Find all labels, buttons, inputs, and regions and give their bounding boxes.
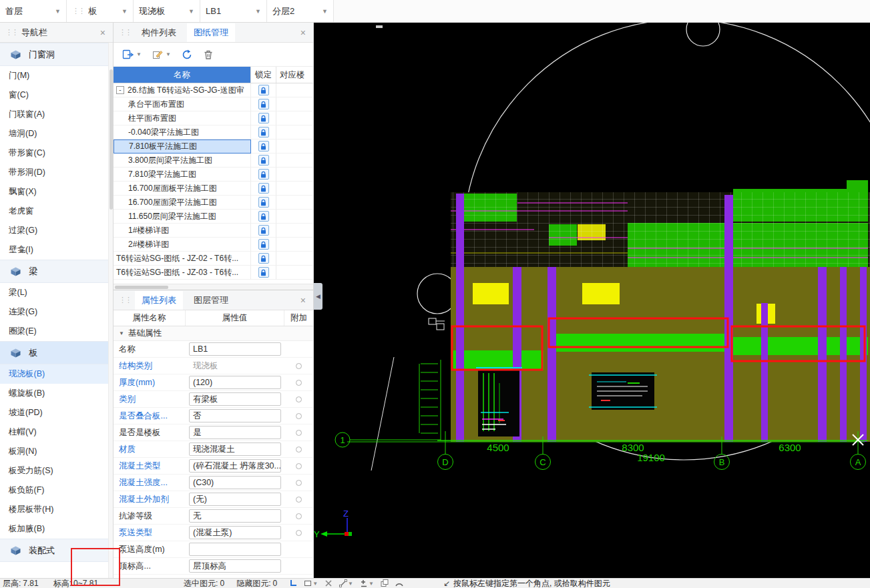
- property-row[interactable]: 是否叠合板... 否: [114, 408, 313, 424]
- lock-icon[interactable]: [258, 211, 269, 222]
- property-value-input[interactable]: (混凝土泵): [189, 526, 281, 539]
- batch-copy-button[interactable]: [379, 579, 390, 588]
- lock-icon[interactable]: [258, 127, 269, 137]
- lock-icon[interactable]: [258, 85, 269, 95]
- drag-grip[interactable]: ⋮⋮: [119, 296, 131, 304]
- drawing-name-cell[interactable]: T6转运站SG-图纸 - JZ-03 - T6转...: [114, 266, 251, 280]
- arc-tool-button[interactable]: [394, 579, 405, 588]
- refresh-drawing-button[interactable]: [180, 46, 194, 63]
- property-value-input[interactable]: 无: [189, 509, 281, 523]
- lock-icon[interactable]: [258, 197, 269, 208]
- sidebar-item[interactable]: 窗(C): [0, 85, 113, 105]
- sidebar-item[interactable]: 门窗洞: [0, 43, 113, 66]
- property-group-header[interactable]: ▼ 基础属性: [114, 326, 313, 341]
- property-value-input[interactable]: (碎石混凝土 坍落度30...: [189, 459, 281, 473]
- context-dropdown[interactable]: ⋮⋮ 现浇板 ▼: [134, 0, 200, 22]
- sidebar-item[interactable]: 老虎窗: [0, 202, 113, 221]
- sidebar-item[interactable]: 柱帽(V): [0, 422, 113, 442]
- drawing-row[interactable]: 7.810板平法施工图: [114, 139, 313, 154]
- attach-radio[interactable]: [296, 463, 302, 469]
- context-dropdown[interactable]: ⋮⋮ LB1 ▼: [200, 0, 267, 22]
- line-tool-button[interactable]: ▼: [338, 579, 355, 588]
- property-row[interactable]: 混凝土外加剂 (无): [114, 491, 313, 508]
- drawing-name-cell[interactable]: 1#楼梯详图: [114, 224, 251, 238]
- scrollbar[interactable]: [108, 43, 113, 578]
- attach-radio[interactable]: [296, 413, 302, 419]
- drawing-row[interactable]: 16.700屋面梁平法施工图: [114, 196, 313, 210]
- lock-icon[interactable]: [258, 155, 269, 166]
- property-row[interactable]: 混凝土类型 (碎石混凝土 坍落度30...: [114, 458, 313, 475]
- sidebar-item[interactable]: 现浇板(B): [0, 364, 113, 384]
- lock-icon[interactable]: [258, 253, 269, 264]
- attach-radio[interactable]: [296, 513, 302, 519]
- property-value-input[interactable]: (120): [189, 376, 281, 389]
- attach-radio[interactable]: [296, 363, 302, 369]
- drag-grip[interactable]: ⋮⋮: [5, 28, 17, 37]
- panel-tab[interactable]: 图纸管理: [187, 23, 235, 42]
- property-value-input[interactable]: 是: [189, 426, 281, 439]
- column-header-floor[interactable]: 对应楼: [276, 67, 313, 83]
- attach-radio[interactable]: [296, 396, 302, 402]
- drawing-name-cell[interactable]: 16.700屋面梁平法施工图: [114, 196, 251, 210]
- property-value-input[interactable]: 层顶标高: [189, 559, 281, 573]
- sidebar-item[interactable]: 板加腋(B): [0, 519, 113, 539]
- attach-radio[interactable]: [296, 380, 302, 386]
- property-value-input[interactable]: [189, 543, 281, 556]
- property-value-input[interactable]: (无): [189, 493, 281, 506]
- attach-radio[interactable]: [296, 430, 302, 436]
- lock-icon[interactable]: [258, 183, 269, 194]
- cancel-button[interactable]: [323, 579, 334, 588]
- delete-drawing-button[interactable]: [201, 46, 216, 63]
- sidebar-item[interactable]: 螺旋板(B): [0, 384, 113, 403]
- sidebar-item[interactable]: 板受力筋(S): [0, 461, 113, 481]
- scrollbar-thumb[interactable]: [115, 286, 168, 289]
- sidebar-item[interactable]: 圈梁(E): [0, 322, 113, 341]
- lock-icon[interactable]: [258, 141, 269, 152]
- property-row[interactable]: 抗渗等级 无: [114, 508, 313, 525]
- property-row[interactable]: 是否是楼板 是: [114, 424, 313, 441]
- sidebar-item[interactable]: 板负筋(F): [0, 481, 113, 500]
- drawing-name-cell[interactable]: 11.650层间梁平法施工图: [114, 210, 251, 224]
- drawing-name-cell[interactable]: 7.810梁平法施工图: [114, 168, 251, 182]
- property-value-input[interactable]: 否: [189, 409, 281, 422]
- sidebar-item[interactable]: 连梁(G): [0, 302, 113, 322]
- drawing-row[interactable]: T6转运站SG-图纸 - JZ-02 - T6转...: [114, 252, 313, 266]
- drawing-row[interactable]: 承台平面布置图: [114, 97, 313, 111]
- panel-tab[interactable]: 属性列表: [135, 291, 183, 310]
- drawing-row[interactable]: 11.650层间梁平法施工图: [114, 210, 313, 224]
- sidebar-item[interactable]: 带形窗(C): [0, 143, 113, 163]
- drawing-name-cell[interactable]: - 26.结施 T6转运站-SG-JG-送图审: [114, 83, 251, 97]
- close-icon[interactable]: ×: [98, 27, 107, 38]
- lock-icon[interactable]: [258, 99, 269, 109]
- attach-radio[interactable]: [296, 530, 302, 536]
- property-value-input[interactable]: (C30): [189, 476, 281, 489]
- sidebar-item[interactable]: 坡道(PD): [0, 403, 113, 422]
- property-value-input[interactable]: LB1: [189, 342, 281, 356]
- import-drawing-button[interactable]: ▼: [120, 46, 144, 63]
- property-row[interactable]: 泵送高度(m): [114, 541, 313, 558]
- property-row[interactable]: 顶标高... 层顶标高: [114, 558, 313, 575]
- sidebar-item[interactable]: 板: [0, 341, 113, 364]
- column-header-name[interactable]: 名称: [114, 67, 251, 83]
- drawing-row[interactable]: - 26.结施 T6转运站-SG-JG-送图审: [114, 83, 313, 97]
- drawing-name-cell[interactable]: 7.810板平法施工图: [114, 139, 251, 154]
- drawing-name-cell[interactable]: 柱平面布置图: [114, 111, 251, 125]
- edit-drawing-button[interactable]: ▼: [150, 46, 173, 63]
- sidebar-item[interactable]: 壁龛(I): [0, 240, 113, 260]
- sidebar-item[interactable]: 门(M): [0, 66, 113, 85]
- property-row[interactable]: 厚度(mm) (120): [114, 374, 313, 391]
- drawing-row[interactable]: 16.700屋面板平法施工图: [114, 182, 313, 196]
- sidebar-item[interactable]: 过梁(G): [0, 221, 113, 240]
- property-row[interactable]: 类别 有梁板: [114, 391, 313, 408]
- drawing-row[interactable]: 柱平面布置图: [114, 111, 313, 125]
- cad-viewport[interactable]: ◀: [314, 23, 870, 578]
- sidebar-item[interactable]: 飘窗(X): [0, 182, 113, 202]
- close-icon[interactable]: ×: [298, 295, 308, 306]
- property-value-input[interactable]: 现浇混凝土: [189, 443, 281, 456]
- context-dropdown[interactable]: ⋮⋮ 板 ▼: [67, 0, 134, 22]
- property-value-input[interactable]: 有梁板: [189, 392, 281, 406]
- context-dropdown[interactable]: ⋮⋮ 分层2 ▼: [267, 0, 334, 22]
- drawing-row[interactable]: 3.800层间梁平法施工图: [114, 154, 313, 168]
- sidebar-item[interactable]: 带形洞(D): [0, 163, 113, 182]
- attach-radio[interactable]: [296, 480, 302, 486]
